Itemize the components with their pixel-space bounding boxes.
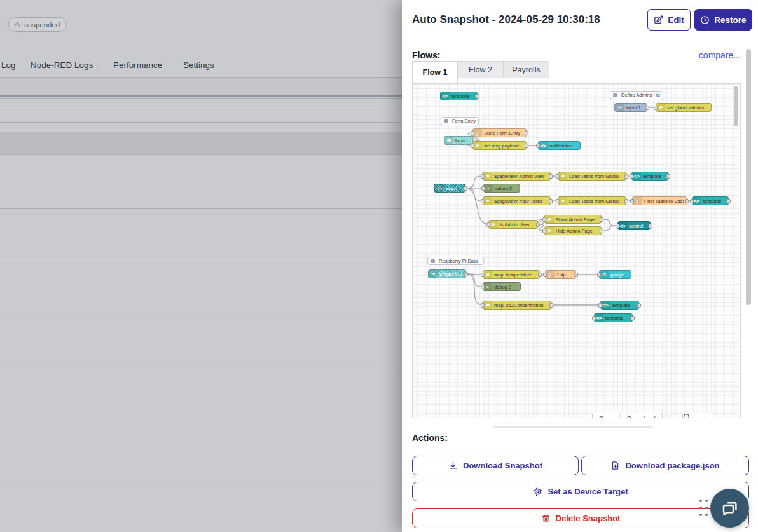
drawer-scrollbar[interactable] [746, 49, 751, 305]
drawer-title: Auto Snapshot - 2024-05-29 10:30:18 [412, 13, 600, 26]
tab-log: Log [1, 60, 16, 70]
download-snapshot-button[interactable]: Download Snapshot [412, 456, 579, 475]
change-icon: ⇄ [558, 197, 567, 205]
flow-node-set-global-admins: ⇄set global.admins [656, 103, 712, 112]
canvas-horizontal-scrollbar[interactable] [493, 426, 652, 428]
flow-node-label: 1 dp [556, 271, 573, 278]
switch-icon: ⋔ [489, 221, 498, 228]
background-tab-bar: Log Node-RED Logs Performance Settings [0, 60, 402, 73]
output-port [666, 174, 670, 179]
input-port [481, 174, 485, 179]
restore-button[interactable]: Restore [694, 9, 752, 31]
flow-tab-bar: Flow 1 Flow 2 Payrolls [412, 61, 549, 83]
table-row [0, 317, 402, 371]
flow-node-map-co2: ⇄map .co2Concentration [483, 301, 551, 310]
tab-payrolls[interactable]: Payrolls [504, 61, 549, 78]
change-icon: ⇄ [483, 301, 492, 309]
flow-node-hide-admin-page: ⇄Hide Admin Page [544, 226, 602, 235]
flow-wire [465, 176, 483, 188]
function-icon: ƒ [546, 271, 555, 278]
input-port [542, 229, 546, 233]
change-icon: ⇄ [558, 172, 567, 180]
template-icon: </> [441, 92, 450, 100]
modal-backdrop[interactable]: suspended Log Node-RED Logs Performance … [0, 0, 402, 532]
inject-icon: ⇒ [615, 104, 624, 111]
template-icon: </> [595, 314, 603, 322]
canvas-zoom-controls[interactable]: + [682, 413, 713, 418]
input-port [481, 303, 485, 308]
flow-node-debug2: ≡debug 2 [483, 184, 520, 193]
input-port [630, 174, 633, 179]
input-port [654, 106, 658, 110]
tab-settings: Settings [183, 60, 214, 70]
input-port [630, 199, 634, 203]
edit-button-label: Edit [668, 15, 684, 25]
canvas-copy-download-buttons[interactable]: Copy Download [592, 413, 663, 418]
flow-node-template1: </>template [631, 172, 668, 181]
set-device-target-button[interactable]: Set as Device Target [412, 482, 749, 501]
tab-flow-1[interactable]: Flow 1 [412, 61, 458, 83]
flow-node-label: gauge [610, 271, 628, 278]
flow-node-label: event [445, 184, 462, 192]
canvas-vertical-scrollbar[interactable] [734, 86, 738, 126]
template-icon: </> [601, 301, 610, 309]
output-port [631, 316, 635, 320]
flow-canvas[interactable]: Copy Download + </>templateDefine Admins… [412, 83, 741, 418]
output-port [645, 106, 649, 110]
input-port [486, 222, 490, 227]
flow-node-label: notification [549, 142, 577, 149]
flow-node-template3: </>template [600, 301, 639, 310]
input-port [556, 199, 560, 203]
warning-icon [13, 21, 21, 29]
flow-node-label: Load Tasks from Global [569, 197, 623, 205]
flow-node-control: </>control [617, 221, 651, 230]
flow-node-one-dp: ƒ1 dp [545, 270, 576, 279]
comment-icon [441, 118, 450, 125]
tab-flow-2[interactable]: Flow 2 [458, 61, 504, 78]
zoom-out-icon[interactable] [683, 413, 696, 418]
event-icon: </> [434, 184, 443, 192]
compare-link[interactable]: compare... [699, 50, 741, 60]
flow-node-label: set msg.payload [484, 142, 523, 149]
switch-icon: ⋔ [483, 197, 492, 205]
flow-node-label: Store Form Entry [484, 129, 523, 137]
canvas-download-button[interactable]: Download [621, 413, 661, 418]
output-port [637, 303, 641, 308]
chip-icon [533, 487, 542, 496]
output-port [624, 174, 628, 179]
output-port [536, 222, 540, 227]
clock-icon [700, 15, 710, 25]
output-port [476, 94, 479, 99]
output-port [685, 199, 689, 203]
restore-button-label: Restore [714, 15, 746, 25]
table-row [0, 154, 402, 208]
chat-widget-button[interactable] [710, 489, 749, 528]
notification-icon: </> [539, 142, 548, 149]
change-icon: ⇄ [473, 142, 482, 149]
change-icon: ⇄ [483, 271, 492, 278]
function-icon: ƒ [633, 197, 642, 205]
flow-node-template4: </>template [594, 313, 633, 322]
table-row [0, 371, 402, 425]
zoom-in-button[interactable]: + [696, 413, 713, 418]
flow-node-label: Form Entry [452, 118, 476, 125]
input-port [556, 174, 560, 179]
delete-snapshot-button[interactable]: Delete Snapshot [412, 508, 749, 528]
comment-bubble-icon [431, 259, 435, 263]
flow-node-label: Load Tasks from Global [569, 172, 623, 180]
flow-node-template2: </>template [692, 196, 729, 205]
flow-node-filter-tasks: ƒFilter Tasks to User [632, 196, 687, 205]
template-icon: </> [632, 172, 641, 180]
flow-node-label: template [643, 172, 665, 180]
table-header-row [0, 77, 402, 97]
flow-node-label: Show Admin Page [556, 215, 598, 223]
snapshot-drawer: Auto Snapshot - 2024-05-29 10:30:18 Edit… [402, 0, 758, 532]
drawer-header: Auto Snapshot - 2024-05-29 10:30:18 Edit… [402, 0, 758, 39]
flow-node-notification: </>notification [538, 141, 581, 150]
edit-button[interactable]: Edit [647, 9, 691, 31]
canvas-copy-button[interactable]: Copy [593, 413, 621, 418]
flow-node-label: project in 1 [439, 270, 463, 278]
download-package-json-button[interactable]: Download package.json [581, 456, 749, 475]
download-package-json-label: Download package.json [625, 461, 719, 470]
table-row [0, 479, 402, 532]
